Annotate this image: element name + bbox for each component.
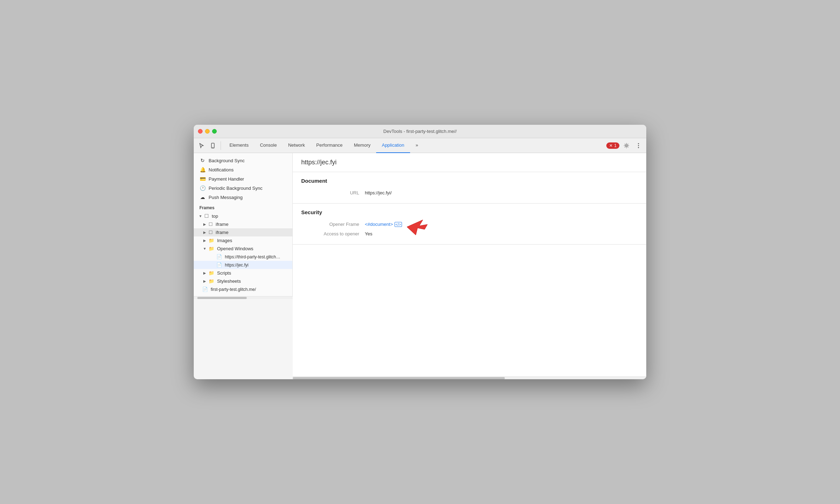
nav-tabs: Elements Console Network Performance Mem… [224, 138, 605, 153]
tree-item-third-party[interactable]: 📄 https://third-party-test.glitch.me/po [194, 253, 292, 261]
cursor-icon[interactable] [197, 141, 206, 151]
svg-marker-7 [407, 220, 427, 235]
tab-console[interactable]: Console [254, 138, 282, 153]
main-scrollbar[interactable] [293, 376, 646, 379]
tree-item-stylesheets[interactable]: 📁 Stylesheets [194, 277, 292, 285]
more-options-icon[interactable] [634, 141, 643, 151]
tab-more[interactable]: » [410, 138, 424, 153]
tree-arrow-scripts [202, 271, 207, 275]
payment-handler-icon: 💳 [199, 176, 206, 182]
tab-memory[interactable]: Memory [348, 138, 376, 153]
doc-icon-first-party-test: 📄 [202, 287, 208, 292]
tree-item-iframe2[interactable]: ☐ iframe [194, 228, 292, 236]
tree-item-first-party-test[interactable]: 📄 first-party-test.glitch.me/ [194, 285, 292, 293]
tab-application[interactable]: Application [376, 138, 410, 153]
mobile-icon[interactable] [208, 141, 218, 151]
sidebar-item-push-messaging[interactable]: ☁ Push Messaging [194, 193, 292, 202]
sidebar-item-periodic-bg-sync[interactable]: 🕐 Periodic Background Sync [194, 183, 292, 193]
tab-performance[interactable]: Performance [311, 138, 348, 153]
tree-arrow-opened-windows [202, 247, 207, 251]
svg-point-5 [638, 147, 639, 148]
folder-icon-scripts: 📁 [209, 270, 214, 276]
sidebar-scrollbar-thumb [197, 297, 247, 299]
maximize-button[interactable] [212, 129, 217, 134]
toolbar-right: ✕ 1 [606, 141, 643, 151]
tree-item-jec-fyi[interactable]: 📄 https://jec.fyi [194, 261, 292, 269]
security-section-title: Security [301, 209, 638, 215]
url-row: URL https://jec.fyi/ [301, 188, 638, 198]
folder-icon-stylesheets: 📁 [209, 279, 214, 284]
document-section: Document URL https://jec.fyi/ [293, 172, 646, 204]
tree-arrow-iframe1 [202, 222, 207, 226]
content-area: ↻ Background Sync 🔔 Notifications 💳 Paym… [194, 153, 646, 379]
periodic-bg-sync-icon: 🕐 [199, 185, 206, 191]
svg-point-3 [638, 143, 639, 144]
tree-item-iframe1[interactable]: ☐ iframe [194, 220, 292, 228]
tab-network[interactable]: Network [282, 138, 311, 153]
titlebar: DevTools - first-party-test.glitch.me// [194, 125, 646, 138]
push-messaging-icon: ☁ [199, 194, 206, 200]
tree-item-images[interactable]: 📁 Images [194, 236, 292, 245]
frame-icon-iframe1: ☐ [209, 222, 213, 227]
toolbar-divider [221, 141, 221, 150]
opener-frame-label: Opener Frame [301, 222, 365, 227]
folder-icon-opened-windows: 📁 [209, 246, 214, 251]
svg-point-2 [626, 145, 628, 146]
access-to-opener-row: Access to opener Yes [301, 229, 638, 239]
frames-section-label: Frames [194, 202, 292, 212]
doc-icon-jec-fyi: 📄 [216, 262, 222, 268]
tree-item-scripts[interactable]: 📁 Scripts [194, 269, 292, 277]
svg-rect-1 [212, 147, 214, 147]
notifications-icon: 🔔 [199, 167, 206, 172]
settings-icon[interactable] [622, 141, 631, 151]
minimize-button[interactable] [205, 129, 210, 134]
doc-icon-third-party: 📄 [216, 254, 222, 259]
traffic-lights [198, 129, 217, 134]
page-title: https://jec.fyi [301, 159, 638, 166]
document-section-title: Document [301, 178, 638, 184]
background-sync-icon: ↻ [199, 158, 206, 163]
tree-arrow-iframe2 [202, 230, 207, 234]
devtools-window: DevTools - first-party-test.glitch.me// … [194, 125, 646, 379]
tree-arrow-images [202, 239, 207, 242]
toolbar: Elements Console Network Performance Mem… [194, 138, 646, 153]
error-badge[interactable]: ✕ 1 [606, 142, 619, 149]
red-arrow-annotation [403, 218, 428, 236]
opener-frame-row: Opener Frame <#document> </> [301, 219, 638, 229]
tree-arrow-stylesheets [202, 279, 207, 283]
url-label: URL [301, 190, 365, 195]
main-scrollbar-thumb [293, 377, 505, 379]
close-button[interactable] [198, 129, 203, 134]
url-value: https://jec.fyi/ [365, 190, 392, 195]
sidebar-item-payment-handler[interactable]: 💳 Payment Handler [194, 174, 292, 183]
svg-point-4 [638, 145, 639, 146]
tab-elements[interactable]: Elements [224, 138, 254, 153]
window-title: DevTools - first-party-test.glitch.me// [383, 129, 456, 134]
link-icon: </> [395, 222, 402, 227]
frame-icon-iframe2: ☐ [209, 230, 213, 235]
tree-item-top[interactable]: ☐ top [194, 212, 292, 220]
access-value: Yes [365, 231, 372, 236]
main-content: https://jec.fyi Document URL https://jec… [293, 153, 646, 376]
frame-icon-top: ☐ [204, 213, 209, 219]
sidebar-scrollbar[interactable] [194, 296, 293, 299]
sidebar-item-notifications[interactable]: 🔔 Notifications [194, 165, 292, 174]
opener-frame-link[interactable]: <#document> </> [365, 222, 402, 227]
main-header: https://jec.fyi [293, 153, 646, 172]
sidebar: ↻ Background Sync 🔔 Notifications 💳 Paym… [194, 153, 293, 296]
tree-arrow-top [198, 214, 203, 218]
security-section: Security Opener Frame <#document> </> [293, 204, 646, 245]
access-label: Access to opener [301, 231, 365, 236]
tree-item-opened-windows[interactable]: 📁 Opened Windows [194, 245, 292, 253]
folder-icon-images: 📁 [209, 238, 214, 243]
sidebar-item-background-sync[interactable]: ↻ Background Sync [194, 156, 292, 165]
opener-frame-value: <#document> </> [365, 222, 402, 227]
